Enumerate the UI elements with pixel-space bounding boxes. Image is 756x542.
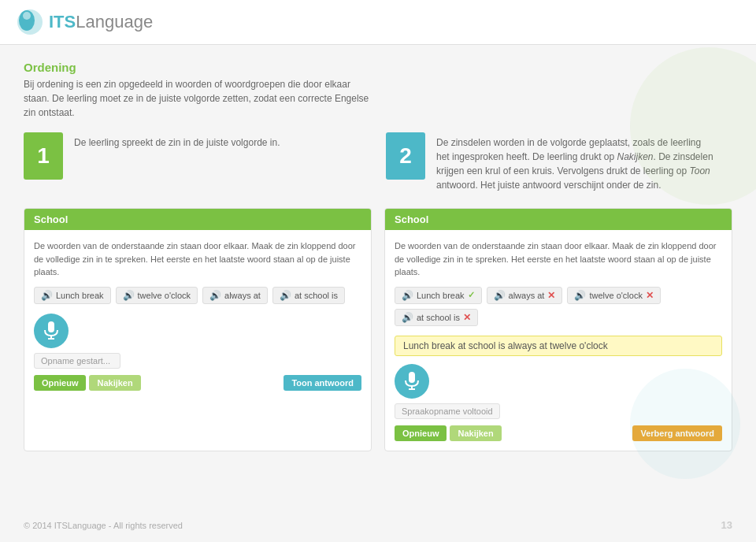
step-2-text: De zinsdelen worden in de volgorde gepla… — [436, 132, 732, 192]
panel-right-recording-label: Spraakopname voltooid — [395, 403, 500, 419]
word-r3-label: twelve o'clock — [589, 291, 643, 300]
panel-right-body: De woorden van de onderstaande zin staan… — [385, 230, 732, 451]
panel-left-action-row: Opnieuw Nakijken Toon antwoord — [34, 375, 361, 391]
word-chip-r4[interactable]: 🔊 at school is ✕ — [395, 309, 478, 326]
panel-left-body: De woorden van de onderstaande zin staan… — [24, 230, 371, 400]
panel-right-mic-area: Spraakopname voltooid — [395, 364, 722, 419]
btn-nakijken-right[interactable]: Nakijken — [450, 425, 501, 441]
checkmark-r1: ✓ — [468, 290, 475, 300]
word-3-label: always at — [224, 291, 261, 300]
word-r1-label: Lunch break — [417, 291, 465, 300]
panel-right-instruction: De woorden van de onderstaande zin staan… — [395, 239, 722, 279]
panel-left-btn-group: Opnieuw Nakijken — [34, 375, 141, 391]
word-chip-4[interactable]: 🔊 at school is — [272, 287, 345, 304]
cross-icon-r3: ✕ — [646, 290, 654, 301]
section-title: Ordening — [24, 61, 732, 74]
panel-right-words: 🔊 Lunch break ✓ 🔊 always at ✕ 🔊 twelve o… — [395, 287, 722, 326]
btn-opnieuw-left[interactable]: Opnieuw — [34, 375, 86, 391]
panels-row: School De woorden van de onderstaande zi… — [24, 208, 732, 451]
panel-left-header: School — [24, 209, 371, 230]
word-chip-3[interactable]: 🔊 always at — [202, 287, 268, 304]
word-2-label: twelve o'clock — [138, 291, 191, 300]
word-4-label: at school is — [295, 291, 338, 300]
speaker-icon-r3: 🔊 — [574, 290, 586, 301]
btn-opnieuw-right[interactable]: Opnieuw — [395, 425, 447, 441]
main-content: Ordening Bij ordening is een zin opgedee… — [0, 45, 756, 467]
word-chip-1[interactable]: 🔊 Lunch break — [34, 287, 111, 304]
footer-copyright: © 2014 ITSLanguage - All rights reserved — [24, 521, 183, 530]
panel-left-words: 🔊 Lunch break 🔊 twelve o'clock 🔊 always … — [34, 287, 361, 304]
cross-icon-r2: ✕ — [547, 290, 555, 301]
svg-rect-3 — [48, 321, 54, 332]
word-chip-r1[interactable]: 🔊 Lunch break ✓ — [395, 287, 482, 304]
speaker-icon-3: 🔊 — [209, 290, 221, 301]
speaker-icon-1: 🔊 — [41, 290, 53, 301]
panel-right-header: School — [385, 209, 732, 230]
panel-right: School De woorden van de onderstaande zi… — [384, 208, 732, 451]
cross-icon-r4: ✕ — [463, 312, 471, 323]
panel-left-recording-label: Opname gestart... — [34, 353, 120, 369]
header: ITSLanguage — [0, 0, 756, 45]
footer: © 2014 ITSLanguage - All rights reserved… — [24, 519, 732, 531]
panel-left-instruction: De woorden van de onderstaande zin staan… — [34, 239, 361, 279]
speaker-icon-r1: 🔊 — [402, 290, 413, 301]
btn-toon-left[interactable]: Toon antwoord — [284, 375, 361, 391]
step-1: 1 De leerling spreekt de zin in de juist… — [24, 132, 370, 192]
logo-icon — [16, 8, 44, 36]
logo-text: ITSLanguage — [49, 12, 153, 32]
speaker-icon-2: 🔊 — [123, 290, 135, 301]
panel-left-mic-area: Opname gestart... — [34, 314, 361, 369]
section-description: Bij ordening is een zin opgedeeld in woo… — [24, 77, 732, 120]
speaker-icon-4: 🔊 — [280, 290, 291, 301]
word-r4-label: at school is — [417, 313, 460, 322]
mic-button-right[interactable] — [395, 364, 429, 399]
answer-bar: Lunch break at school is always at twelv… — [395, 336, 722, 356]
step-2: 2 De zinsdelen worden in de volgorde gep… — [386, 132, 732, 192]
btn-verberg-right[interactable]: Verberg antwoord — [632, 425, 722, 441]
svg-rect-6 — [409, 372, 415, 383]
word-chip-r2[interactable]: 🔊 always at ✕ — [487, 287, 563, 304]
mic-button-left[interactable] — [34, 314, 69, 348]
panel-right-btn-group: Opnieuw Nakijken — [395, 425, 502, 441]
panel-left: School De woorden van de onderstaande zi… — [24, 208, 372, 451]
steps-row: 1 De leerling spreekt de zin in de juist… — [24, 132, 732, 192]
step-1-text: De leerling spreekt de zin in de juiste … — [74, 132, 280, 150]
logo: ITSLanguage — [16, 8, 153, 36]
step-2-number: 2 — [386, 132, 425, 180]
word-r2-label: always at — [509, 291, 545, 300]
word-1-label: Lunch break — [56, 291, 104, 300]
speaker-icon-r4: 🔊 — [402, 312, 413, 323]
footer-page: 13 — [721, 519, 732, 531]
panel-right-action-row: Opnieuw Nakijken Verberg antwoord — [395, 425, 722, 441]
btn-nakijken-left[interactable]: Nakijken — [89, 375, 140, 391]
step-1-number: 1 — [24, 132, 63, 180]
speaker-icon-r2: 🔊 — [494, 290, 506, 301]
word-chip-2[interactable]: 🔊 twelve o'clock — [116, 287, 198, 304]
svg-point-2 — [23, 12, 31, 20]
word-chip-r3[interactable]: 🔊 twelve o'clock ✕ — [567, 287, 661, 304]
